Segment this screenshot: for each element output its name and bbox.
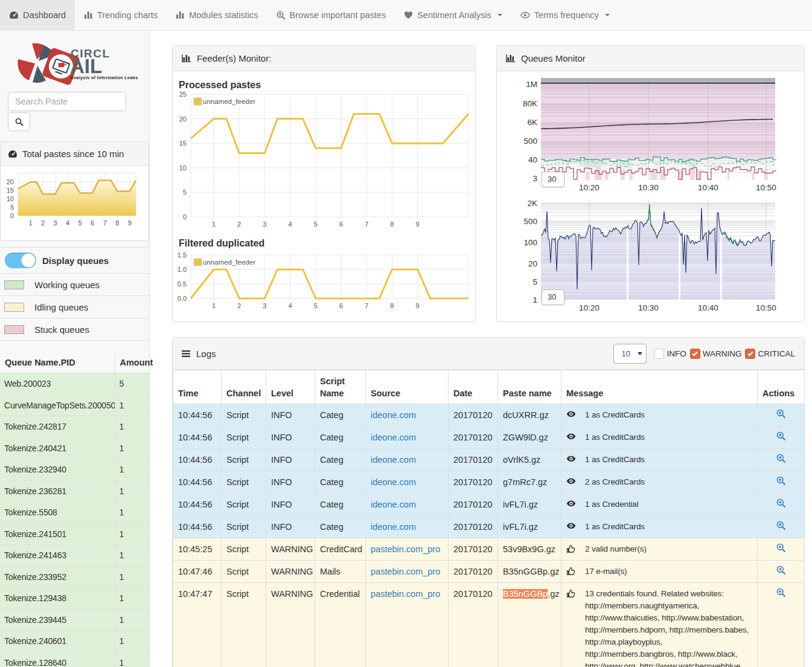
nav-item-browse-important-pastes[interactable]: Browse important pastes: [267, 0, 395, 30]
filter-label: CRITICAL: [758, 349, 795, 358]
svg-text:7: 7: [365, 302, 368, 309]
view-paste-icon: [776, 454, 786, 463]
view-paste-button[interactable]: [776, 433, 786, 443]
nav-item-sentiment-analysis[interactable]: Sentiment Analysis: [395, 0, 511, 30]
log-script-name: Credential: [315, 583, 366, 667]
log-col-message: Message: [561, 370, 758, 404]
svg-text:500: 500: [523, 137, 537, 146]
total-pastes-panel: Total pastes since 10 min 05101520123456…: [0, 141, 149, 241]
svg-text:6: 6: [339, 221, 343, 228]
source-link[interactable]: pastebin.com_pro: [371, 589, 440, 599]
source-link[interactable]: ideone.com: [371, 477, 416, 487]
thumbs-up-icon: [566, 588, 576, 598]
source-link[interactable]: ideone.com: [371, 522, 416, 532]
log-level: INFO: [266, 494, 315, 516]
view-paste-button[interactable]: [776, 523, 786, 532]
log-col-date: Date: [449, 370, 498, 404]
log-message-text: 13 credentials found. Related websites: …: [585, 588, 752, 667]
queue-amount: 1: [115, 416, 149, 438]
log-channel: Script: [222, 583, 266, 667]
source-link[interactable]: ideone.com: [371, 500, 416, 509]
source-link[interactable]: pastebin.com_pro: [371, 567, 440, 576]
log-script-name: Categ: [315, 471, 366, 494]
svg-text:1.0: 1.0: [177, 266, 187, 273]
log-paste-name: B35nGGBp.gz: [498, 583, 561, 667]
log-actions: [758, 538, 805, 561]
svg-text:80K: 80K: [523, 99, 537, 108]
log-paste-name: dcUXRR.gz: [498, 404, 561, 427]
svg-text:8: 8: [390, 302, 394, 309]
view-paste-button[interactable]: [776, 545, 786, 555]
svg-text:8: 8: [390, 221, 394, 228]
svg-text:7: 7: [365, 221, 368, 228]
display-queues-toggle[interactable]: [5, 253, 36, 268]
svg-text:15: 15: [179, 140, 187, 147]
view-paste-button[interactable]: [776, 478, 786, 488]
queue-row: Tokenize.2404211: [0, 437, 149, 459]
view-paste-button[interactable]: [776, 567, 786, 577]
view-paste-button[interactable]: [776, 456, 786, 465]
log-channel: Script: [222, 471, 266, 494]
queue-amount: 1: [115, 523, 149, 545]
circl-ail-logo: CIRCL AIL Analysis of Information Leaks: [14, 42, 144, 88]
log-paste-name: oVrlK5.gz: [498, 449, 561, 471]
log-date: 20170120: [449, 404, 498, 427]
source-link[interactable]: ideone.com: [371, 455, 416, 465]
log-channel: Script: [222, 427, 266, 449]
nav-item-dashboard[interactable]: Dashboard: [0, 0, 75, 30]
nav-item-modules-statistics[interactable]: Modules statistics: [167, 0, 267, 30]
filter-checkbox-warning[interactable]: [690, 349, 700, 359]
svg-text:40: 40: [528, 155, 537, 164]
search-button[interactable]: [8, 112, 30, 131]
eye-icon: [566, 500, 576, 507]
log-message-text: 1 as CreditCards: [585, 521, 645, 533]
queue-table: Queue Name.PID Amount Web.2000235CurveMa…: [0, 352, 149, 667]
view-paste-button[interactable]: [776, 590, 786, 599]
navbar: DashboardTrending chartsModules statisti…: [0, 0, 812, 31]
nav-item-terms-frequency[interactable]: Terms frequency: [511, 0, 619, 30]
svg-text:15: 15: [7, 187, 14, 194]
filter-checkbox-critical[interactable]: [745, 349, 755, 359]
svg-text:unnamed_feeder: unnamed_feeder: [203, 98, 255, 105]
nav-item-label: Browse important pastes: [290, 10, 386, 20]
log-row: 10:44:56ScriptINFOCategideone.com2017012…: [173, 449, 805, 471]
thumbs-up-icon: [566, 543, 576, 553]
eye-icon: [566, 410, 576, 418]
nav-item-label: Sentiment Analysis: [417, 10, 491, 20]
sidebar: CIRCL AIL Analysis of Information Leaks …: [0, 31, 150, 667]
log-message-text: 2 valid number(s): [585, 543, 647, 555]
view-paste-button[interactable]: [776, 411, 786, 420]
eye-icon: [566, 476, 576, 485]
search-paste-input[interactable]: [8, 92, 126, 111]
log-row: 10:44:56ScriptINFOCategideone.com2017012…: [173, 404, 805, 427]
log-paste-name: g7mRc7.gz: [498, 471, 561, 494]
source-link[interactable]: pastebin.com_pro: [371, 544, 440, 554]
logo-ail-text: AIL: [70, 55, 102, 77]
log-date: 20170120: [449, 516, 498, 538]
svg-text:7: 7: [103, 219, 107, 227]
total-pastes-chart: 05101520123456789: [1, 168, 149, 239]
svg-text:1M: 1M: [526, 80, 537, 89]
log-script-name: Categ: [315, 404, 366, 427]
svg-text:2: 2: [41, 219, 45, 227]
legend-label: Working queues: [34, 280, 100, 290]
dashboard-icon: [9, 11, 19, 19]
filtered-duplicated-title: Filtered duplicated: [179, 238, 264, 249]
nav-item-trending-charts[interactable]: Trending charts: [75, 0, 167, 30]
log-page-size-select[interactable]: 10: [613, 344, 647, 364]
legend-label: Stuck queues: [34, 324, 89, 335]
queues-bottom-range-input[interactable]: 30: [542, 289, 564, 305]
eye-icon: [566, 498, 576, 507]
queues-top-range-input[interactable]: 30: [542, 172, 564, 187]
queue-amount: 1: [115, 609, 149, 631]
nav-item-label: Dashboard: [23, 10, 66, 20]
filter-checkbox-info[interactable]: [654, 349, 664, 359]
svg-text:1.5: 1.5: [177, 251, 187, 259]
legend-swatch: [4, 303, 24, 312]
log-paste-name: B35nGGBp.gz: [498, 561, 561, 583]
source-link[interactable]: ideone.com: [371, 433, 416, 442]
source-link[interactable]: ideone.com: [371, 410, 416, 420]
svg-text:2: 2: [237, 221, 241, 228]
view-paste-button[interactable]: [776, 500, 786, 510]
heart-icon: [404, 11, 413, 19]
